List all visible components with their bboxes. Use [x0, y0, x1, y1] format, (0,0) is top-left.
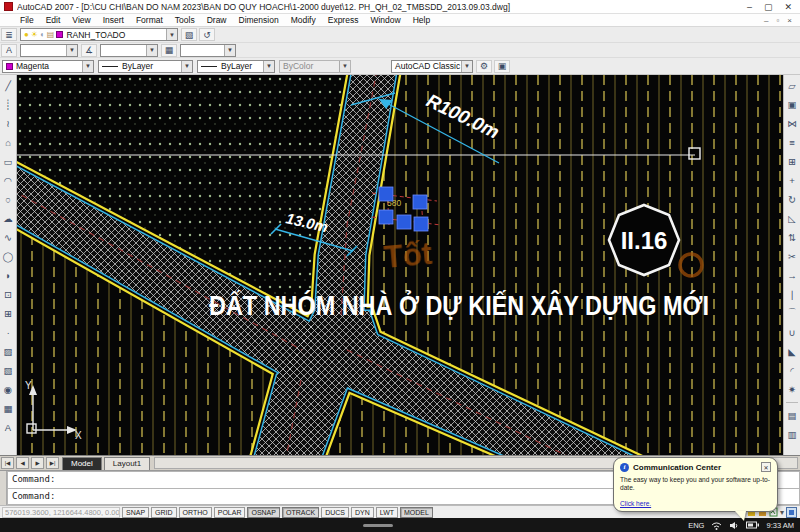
layer-combo-dropdown-icon[interactable]: ▼ — [166, 29, 177, 40]
tab-next-button[interactable]: ▶ — [31, 457, 44, 469]
mdi-close-button[interactable]: × — [787, 16, 792, 25]
copy-icon[interactable]: ▣ — [785, 95, 799, 114]
point-icon[interactable]: ∙ — [1, 323, 15, 342]
table-style-dropdown-icon[interactable]: ▼ — [224, 45, 235, 56]
ducs-toggle[interactable]: DUCS — [321, 507, 349, 518]
dim-style-dropdown-icon[interactable]: ▼ — [146, 45, 157, 56]
tray-caret-icon[interactable]: ▾ — [780, 508, 784, 517]
insert-block-icon[interactable]: ⊡ — [1, 285, 15, 304]
linetype-dropdown-icon[interactable]: ▼ — [181, 61, 192, 72]
rotate-icon[interactable]: ↻ — [785, 190, 799, 209]
command-window-grip[interactable] — [0, 471, 7, 505]
maximize-button[interactable]: ▢ — [764, 2, 773, 12]
gradient-icon[interactable]: ▧ — [1, 361, 15, 380]
osnap-toggle[interactable]: OSNAP — [247, 507, 280, 518]
menu-modify[interactable]: Modify — [285, 15, 322, 25]
text-style-combo[interactable]: ▼ — [20, 44, 78, 57]
battery-icon[interactable] — [746, 521, 759, 529]
windows-taskbar[interactable]: ENG 9:33 AM — [0, 518, 800, 532]
menu-draw[interactable]: Draw — [201, 15, 233, 25]
menu-format[interactable]: Format — [130, 15, 169, 25]
menu-insert[interactable]: Insert — [97, 15, 130, 25]
line-icon[interactable]: ╱ — [1, 76, 15, 95]
linetype-combo[interactable]: ByLayer ▼ — [98, 60, 193, 73]
balloon-close-button[interactable]: ✕ — [761, 462, 771, 472]
color-dropdown-icon[interactable]: ▼ — [82, 61, 93, 72]
workspace-dropdown-icon[interactable]: ▼ — [461, 61, 472, 72]
menu-help[interactable]: Help — [407, 15, 436, 25]
speaker-icon[interactable] — [729, 521, 739, 530]
extend-icon[interactable]: → — [785, 266, 799, 285]
close-button[interactable]: ✕ — [784, 2, 792, 12]
scale-icon[interactable]: ◺ — [785, 209, 799, 228]
text-style-icon[interactable]: A — [1, 44, 17, 57]
polygon-icon[interactable]: ⌂ — [1, 133, 15, 152]
circle-icon[interactable]: ○ — [1, 190, 15, 209]
polyline-icon[interactable]: ≀ — [1, 114, 15, 133]
arc-icon[interactable]: ◠ — [1, 171, 15, 190]
menu-tools[interactable]: Tools — [169, 15, 201, 25]
model-toggle[interactable]: MODEL — [400, 507, 433, 518]
table-icon[interactable]: ▦ — [1, 399, 15, 418]
dim-style-combo[interactable]: ▼ — [100, 44, 158, 57]
move-icon[interactable]: + — [785, 171, 799, 190]
hatch-icon[interactable]: ▨ — [1, 342, 15, 361]
lwt-toggle[interactable]: LWT — [376, 507, 398, 518]
trim-icon[interactable]: ✂ — [785, 247, 799, 266]
chamfer-icon[interactable]: ◣ — [785, 342, 799, 361]
snap-toggle[interactable]: SNAP — [122, 507, 149, 518]
break-icon[interactable]: ⌒ — [785, 304, 799, 323]
menu-file[interactable]: File — [14, 15, 40, 25]
wifi-icon[interactable] — [711, 521, 722, 530]
explode-icon[interactable]: ✷ — [785, 380, 799, 399]
lineweight-combo[interactable]: ByLayer ▼ — [197, 60, 275, 73]
ellipse-icon[interactable]: ◯ — [1, 247, 15, 266]
grid-toggle[interactable]: GRID — [151, 507, 177, 518]
text-style-dropdown-icon[interactable]: ▼ — [66, 45, 77, 56]
workspace-save-icon[interactable]: ▣ — [494, 60, 510, 73]
workspace-settings-icon[interactable]: ⚙ — [476, 60, 492, 73]
color-combo[interactable]: Magenta ▼ — [2, 60, 94, 73]
mtext-icon[interactable]: A — [1, 418, 15, 437]
revcloud-icon[interactable]: ☁ — [1, 209, 15, 228]
ellipse-arc-icon[interactable]: ◗ — [1, 266, 15, 285]
mdi-minimize-button[interactable]: – — [764, 16, 768, 25]
lineweight-dropdown-icon[interactable]: ▼ — [263, 61, 274, 72]
tab-prev-button[interactable]: ◀ — [16, 457, 29, 469]
clock[interactable]: 9:33 AM — [766, 521, 794, 530]
spline-icon[interactable]: ∿ — [1, 228, 15, 247]
minimize-button[interactable]: – — [747, 2, 752, 12]
layer-combo[interactable]: ● ☀ ◐ ▤ RANH_TOADO ▼ — [20, 28, 178, 41]
taskbar-app-indicator[interactable] — [363, 524, 393, 527]
table-style-combo[interactable]: ▼ — [180, 44, 236, 57]
offset-icon[interactable]: ≡ — [785, 133, 799, 152]
menu-express[interactable]: Express — [322, 15, 365, 25]
stretch-icon[interactable]: ⇅ — [785, 228, 799, 247]
layer-properties-icon[interactable]: ≣ — [1, 28, 17, 41]
otrack-toggle[interactable]: OTRACK — [282, 507, 319, 518]
join-icon[interactable]: ∪ — [785, 323, 799, 342]
tab-model[interactable]: Model — [62, 457, 102, 470]
dyn-toggle[interactable]: DYN — [351, 507, 374, 518]
mirror-icon[interactable]: ⋈ — [785, 114, 799, 133]
workspace-combo[interactable]: AutoCAD Classic ▼ — [391, 60, 473, 73]
table-style-icon[interactable]: ▦ — [161, 44, 177, 57]
ortho-toggle[interactable]: ORTHO — [179, 507, 212, 518]
fillet-icon[interactable]: ◜ — [785, 361, 799, 380]
tab-first-button[interactable]: |◀ — [1, 457, 14, 469]
clean-screen-icon[interactable] — [786, 507, 797, 518]
array-icon[interactable]: ⊞ — [785, 152, 799, 171]
dim-style-icon[interactable]: ∡ — [81, 44, 97, 57]
menu-window[interactable]: Window — [364, 15, 406, 25]
menu-edit[interactable]: Edit — [40, 15, 67, 25]
menu-dimension[interactable]: Dimension — [233, 15, 285, 25]
make-block-icon[interactable]: ⊞ — [1, 304, 15, 323]
make-object-layer-current-icon[interactable]: ▧ — [181, 28, 197, 41]
rectangle-icon[interactable]: ▭ — [1, 152, 15, 171]
polar-toggle[interactable]: POLAR — [214, 507, 246, 518]
tab-last-button[interactable]: ▶| — [46, 457, 59, 469]
menu-view[interactable]: View — [66, 15, 96, 25]
drawing-canvas[interactable]: R100.0m 13.0m 580 — [17, 75, 783, 455]
tab-layout1[interactable]: Layout1 — [104, 457, 150, 470]
layer-previous-icon[interactable]: ↺ — [199, 28, 215, 41]
